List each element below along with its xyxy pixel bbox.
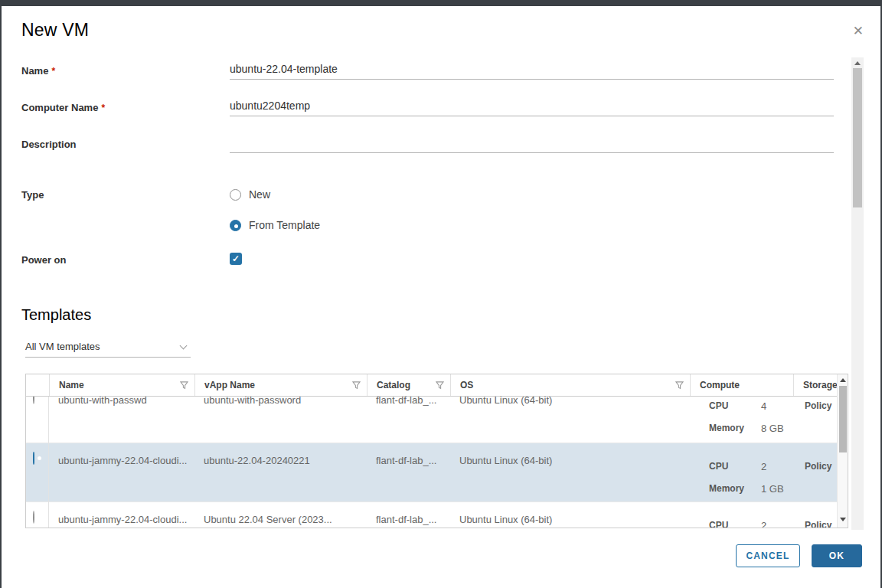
templates-heading: Templates xyxy=(21,306,91,324)
row-name: ubuntu-with-passwd xyxy=(49,397,194,445)
header-cell-name: Name xyxy=(49,374,194,396)
filter-icon[interactable] xyxy=(675,381,684,390)
filter-icon[interactable] xyxy=(436,381,444,390)
name-input[interactable]: ubuntu-22.04-template xyxy=(230,62,834,80)
row-vapp-name: Ubuntu 22.04 Server (2023... xyxy=(194,502,367,528)
table-scrollbar-thumb[interactable] xyxy=(839,386,847,452)
power-on-label: Power on xyxy=(21,254,67,266)
templates-table: Name vApp Name Catalog OS Compute Storag… xyxy=(25,374,848,528)
row-compute: CPU2 Memory1 GB xyxy=(690,443,793,505)
computer-name-label: Computer Name* xyxy=(21,102,105,113)
header-cell-vapp-name: vApp Name xyxy=(194,374,367,396)
name-label: Name* xyxy=(21,65,55,77)
dialog-title: New VM xyxy=(21,20,89,41)
description-label: Description xyxy=(21,139,77,150)
row-vapp-name: ubuntu-22.04-20240221 xyxy=(194,443,367,505)
required-asterisk: * xyxy=(51,66,55,77)
description-input[interactable] xyxy=(230,136,834,153)
filter-icon[interactable] xyxy=(180,381,188,390)
type-label: Type xyxy=(21,189,44,201)
row-os: Ubuntu Linux (64-bit) xyxy=(450,502,690,528)
type-option-from-template[interactable]: From Template xyxy=(230,219,320,231)
header-cell-os: OS xyxy=(450,374,690,396)
table-row[interactable]: ubuntu-jammy-22.04-cloudi... Ubuntu 22.0… xyxy=(26,502,848,528)
row-catalog: flant-df-lab_... xyxy=(367,443,450,505)
close-icon[interactable]: ✕ xyxy=(853,24,864,38)
table-scrollbar[interactable] xyxy=(837,374,848,528)
power-on-checkbox[interactable]: ✓ xyxy=(230,253,242,265)
header-cell-radio xyxy=(26,374,49,396)
filter-icon[interactable] xyxy=(352,381,361,390)
row-name: ubuntu-jammy-22.04-cloudi... xyxy=(49,502,194,528)
dialog-scrollbar-thumb[interactable] xyxy=(853,68,862,207)
type-option-from-template-label: From Template xyxy=(249,219,320,231)
type-option-new-label: New xyxy=(249,188,270,201)
row-compute: CPU2 xyxy=(690,502,793,528)
row-compute: CPU4 Memory8 GB xyxy=(690,397,793,445)
scroll-down-icon[interactable] xyxy=(840,518,846,521)
radio-unselected-icon[interactable] xyxy=(230,189,241,201)
templates-table-body: ubuntu-with-passwd ubuntu-with-password … xyxy=(26,397,848,528)
radio-selected-icon[interactable] xyxy=(33,452,34,465)
scroll-up-icon[interactable] xyxy=(854,61,861,65)
row-catalog: flant-df-lab_... xyxy=(367,502,450,528)
dialog-scrollbar[interactable] xyxy=(851,57,864,530)
row-catalog: flant-df-lab_... xyxy=(367,397,450,445)
template-filter-value: All VM templates xyxy=(25,341,100,352)
row-vapp-name: ubuntu-with-password xyxy=(194,397,367,445)
type-option-new[interactable]: New xyxy=(230,188,270,201)
required-asterisk: * xyxy=(101,103,105,113)
template-filter-dropdown[interactable]: All VM templates xyxy=(25,341,191,358)
radio-unselected-icon[interactable] xyxy=(33,397,34,404)
new-vm-dialog: New VM ✕ Name* ubuntu-22.04-template Com… xyxy=(2,6,880,588)
row-name: ubuntu-jammy-22.04-cloudi... xyxy=(49,443,194,505)
row-os: Ubuntu Linux (64-bit) xyxy=(450,397,690,445)
table-row-selected[interactable]: ubuntu-jammy-22.04-cloudi... ubuntu-22.0… xyxy=(26,443,848,502)
ok-button[interactable]: OK xyxy=(812,544,862,567)
computer-name-input[interactable]: ubuntu2204temp xyxy=(230,99,834,116)
header-cell-catalog: Catalog xyxy=(367,374,450,396)
radio-unselected-icon[interactable] xyxy=(33,511,34,524)
header-cell-compute: Compute xyxy=(690,374,793,396)
templates-table-header: Name vApp Name Catalog OS Compute Storag… xyxy=(26,374,848,397)
table-row[interactable]: ubuntu-with-passwd ubuntu-with-password … xyxy=(26,397,848,443)
chevron-down-icon xyxy=(180,342,188,350)
cancel-button[interactable]: CANCEL xyxy=(736,544,800,567)
scroll-up-icon[interactable] xyxy=(840,378,846,382)
radio-selected-icon[interactable] xyxy=(230,220,241,231)
row-os: Ubuntu Linux (64-bit) xyxy=(450,443,690,505)
